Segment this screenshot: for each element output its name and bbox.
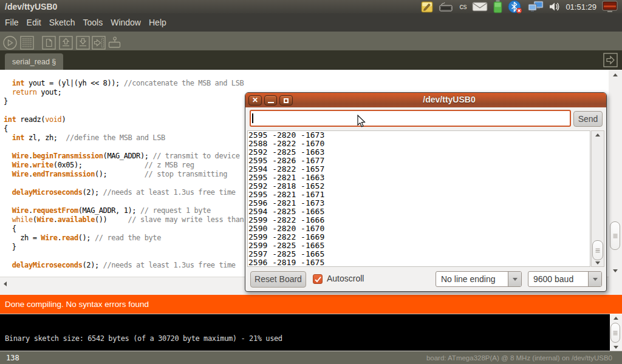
active-window-title: /dev/ttyUSB0 <box>5 2 57 12</box>
text-caret <box>252 113 253 123</box>
menu-file[interactable]: File <box>5 15 27 30</box>
serial-line: 2595 -2821 -1671 <box>248 190 324 199</box>
network-icon[interactable] <box>528 0 544 13</box>
console-scroll-down[interactable] <box>613 346 618 349</box>
serial-line: 2599 -2822 -1669 <box>248 233 324 241</box>
serial-line: 2595 -2821 -1663 <box>248 174 324 182</box>
check-icon <box>314 275 322 283</box>
code-line: zh = Wire.read(); // read the byte <box>4 234 244 243</box>
save-icon[interactable] <box>76 36 90 50</box>
tab-menu-icon[interactable] <box>603 52 618 68</box>
serial-monitor-window: ✕ /dev/ttyUSB0 Send 2595 -2820 -16732588… <box>245 92 607 292</box>
menu-help[interactable]: Help <box>149 15 174 30</box>
serial-line: 2592 -2818 -1652 <box>248 182 324 190</box>
baud-dropdown[interactable]: 9600 baud <box>528 271 602 287</box>
upload-icon[interactable] <box>92 36 106 50</box>
console-scroll-thumb[interactable] <box>610 323 620 343</box>
serial-line: 2599 -2822 -1666 <box>248 216 324 224</box>
session-icon[interactable] <box>602 1 618 13</box>
window-minimize-button[interactable] <box>264 95 277 106</box>
line-ending-arrow[interactable] <box>508 272 521 286</box>
code-line <box>4 106 244 115</box>
menu-sketch[interactable]: Sketch <box>49 15 83 30</box>
system-tray: cs 01:51:29 <box>421 0 618 13</box>
menu-window[interactable]: Window <box>111 15 149 30</box>
serial-line: 2594 -2825 -1665 <box>248 207 324 216</box>
window-close-button[interactable]: ✕ <box>248 95 262 106</box>
battery-icon[interactable] <box>493 0 502 13</box>
line-ending-value: No line ending <box>441 274 496 284</box>
serial-line: 2592 -2825 -1663 <box>248 148 324 157</box>
serial-scrollbar[interactable] <box>591 130 604 267</box>
code-line: Wire.write(0x05); // z MSB reg <box>4 161 244 170</box>
serial-line: 2595 -2826 -1677 <box>248 157 324 165</box>
menu-edit[interactable]: Edit <box>27 15 49 30</box>
serial-output-area[interactable]: 2595 -2820 -16732588 -2822 -16702592 -28… <box>247 130 590 267</box>
editor-vscrollbar[interactable] <box>609 70 622 295</box>
autoscroll-label: Autoscroll <box>327 274 364 283</box>
console-scroll-up[interactable] <box>613 317 618 320</box>
autoscroll-checkbox[interactable] <box>313 274 323 284</box>
keyboard-layout-indicator[interactable]: cs <box>459 2 466 11</box>
note-icon[interactable] <box>421 1 434 13</box>
clock[interactable]: 01:51:29 <box>566 2 596 12</box>
baud-arrow[interactable] <box>588 272 601 286</box>
baud-value: 9600 baud <box>533 274 573 284</box>
line-ending-dropdown[interactable]: No line ending <box>436 271 522 287</box>
serial-monitor-icon[interactable] <box>108 36 121 50</box>
tab-bar: serial_read § <box>0 50 622 70</box>
window-maximize-button[interactable] <box>279 95 293 106</box>
editor-footer: 138 board: ATmega328P(A) @ 8 MHz (intern… <box>0 351 622 364</box>
scroll-left-arrow[interactable] <box>4 281 7 286</box>
serial-scroll-thumb[interactable] <box>592 240 603 260</box>
serial-output-lines: 2595 -2820 -16732588 -2822 -16702592 -28… <box>248 131 324 267</box>
code-line: } <box>4 243 244 252</box>
serial-line: 2594 -2822 -1657 <box>248 165 324 174</box>
code-line <box>4 197 244 206</box>
bluetooth-icon[interactable] <box>508 0 522 13</box>
code-line: while(Wire.available()) // slave may wri… <box>4 215 244 224</box>
desktop-top-bar: /dev/ttyUSB0 cs 01:51:29 <box>0 0 622 13</box>
serial-line: 2595 -2820 -1673 <box>248 131 324 140</box>
code-line: Wire.requestFrom(MAG_ADDR, 1); // reques… <box>4 206 244 215</box>
scroll-up-arrow[interactable] <box>613 73 618 76</box>
mouse-cursor <box>357 115 366 128</box>
code-line: int zl, zh; //define the MSB and LSB <box>4 133 244 143</box>
serial-line: 2596 -2821 -1673 <box>248 199 324 207</box>
tab-serial-read[interactable]: serial_read § <box>5 53 63 70</box>
serial-scroll-up[interactable] <box>595 133 600 136</box>
serial-monitor-title: /dev/ttyUSB0 <box>292 95 606 104</box>
code-line: int readz(void) <box>4 115 244 124</box>
code-line: Wire.endTransmission(); // stop transmit… <box>4 170 244 179</box>
code-line <box>4 179 244 188</box>
code-line: delayMicroseconds(2); //needs at least 1… <box>4 261 244 270</box>
code-text: int yout = (yl|(yh << 8)); //concatenate… <box>4 79 244 270</box>
code-line <box>4 252 244 261</box>
board-info: board: ATmega328P(A) @ 8 MHz (internal) … <box>426 354 612 362</box>
code-line: delayMicroseconds(2); //needs at least 1… <box>4 188 244 197</box>
stop-icon[interactable] <box>20 36 34 50</box>
serial-line: 2590 -2820 -1670 <box>248 224 324 233</box>
ide-console: Binary sketch size: 6542 bytes (of a 307… <box>0 314 610 351</box>
code-line: Wire.beginTransmission(MAG_ADDR); // tra… <box>4 152 244 161</box>
scroll-down-arrow[interactable] <box>613 269 618 272</box>
serial-monitor-titlebar[interactable]: ✕ /dev/ttyUSB0 <box>245 93 606 107</box>
open-icon[interactable] <box>59 36 73 50</box>
volume-icon[interactable] <box>549 1 560 12</box>
toolbar <box>0 32 622 50</box>
new-icon[interactable] <box>42 36 56 50</box>
serial-input-field[interactable] <box>250 110 571 127</box>
code-line: { <box>4 124 244 133</box>
menu-tools[interactable]: Tools <box>83 15 111 30</box>
editor-vscroll-thumb[interactable] <box>610 221 620 250</box>
send-button[interactable]: Send <box>573 111 603 127</box>
console-scrollbar[interactable] <box>610 314 622 351</box>
code-line <box>4 143 244 152</box>
keyboard-icon[interactable] <box>439 2 454 12</box>
mail-icon[interactable] <box>472 1 488 12</box>
reset-board-button[interactable]: Reset Board <box>250 271 306 288</box>
verify-icon[interactable] <box>3 36 17 50</box>
serial-line: 2596 -2819 -1675 <box>248 258 324 267</box>
status-message: Done compiling. No syntax errors found <box>5 300 149 309</box>
serial-scroll-down[interactable] <box>595 261 600 265</box>
